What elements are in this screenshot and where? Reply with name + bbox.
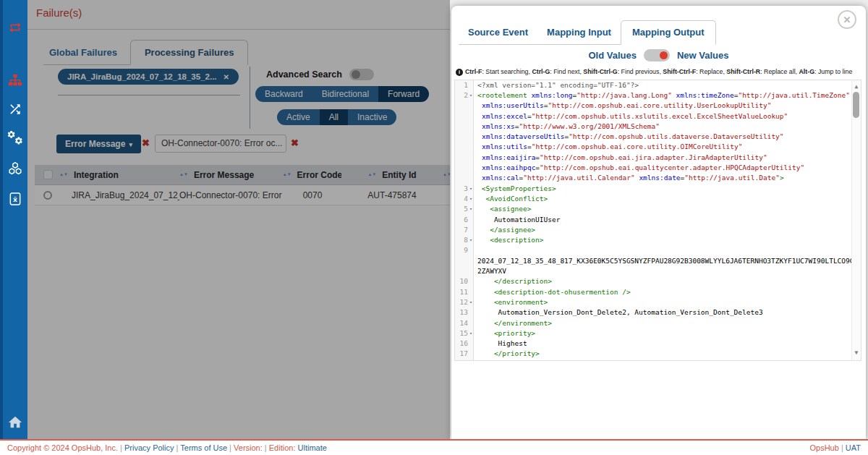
code-line: 13 Automation_Version_Dont_Delete2, Auto… [455,307,851,318]
fold-icon[interactable]: ▾ [468,297,474,307]
excel-file-icon[interactable]: x̄ [7,190,24,208]
old-values-label[interactable]: Old Values [588,50,636,61]
scroll-down-icon[interactable]: ▼ [852,348,861,358]
footer-left: Copyright © 2024 OpsHub, Inc. | Privacy … [7,443,327,452]
scroll-up-icon[interactable]: ▲ [852,82,861,92]
panel-tabs: Source Event Mapping Input Mapping Outpu… [459,20,716,45]
code-line: 16 Highest [455,339,851,349]
svg-text:x̄: x̄ [13,195,17,203]
footer: Copyright © 2024 OpsHub, Inc. | Privacy … [0,439,868,455]
shuffle-icon[interactable] [7,101,24,118]
code-line: 1<?xml version="1.1" encoding="UTF-16"?> [455,80,851,90]
new-values-label[interactable]: New Values [677,50,729,61]
code-line: 3▾ <SystemProperties> [455,184,851,194]
fold-icon[interactable]: ▾ [468,90,474,101]
code-line: 7 </assignee> [455,225,851,235]
footer-right: OpsHub | UAT [809,443,861,452]
cubes-icon[interactable] [7,160,24,177]
values-toggle-row: Old Values New Values [451,49,866,61]
fold-icon[interactable]: ▾ [468,328,474,339]
code-line: xmlns:dataverseUtils="http://com.opshub.… [455,132,851,142]
close-icon[interactable]: ✕ [838,10,856,29]
tab-source-event[interactable]: Source Event [459,22,537,44]
sync-icon[interactable] [7,19,24,36]
screen: x̄ Failure(s) Global Failures Processing… [0,0,868,455]
code-line: 6 AutomationUIUser [455,215,851,225]
code-line: 17 </priority> [455,349,851,359]
sidebar: x̄ [0,0,27,439]
code-line: 2▾<rootelement xmlns:long="http://java.l… [455,90,851,101]
code-line: xmlns:cal="http://java.util.Calendar" xm… [455,173,851,183]
fold-icon[interactable]: ▾ [468,235,474,245]
fold-icon[interactable]: ▾ [468,184,474,194]
search-shortcuts-hint: iCtrl-F: Start searching, Ctrl-G: Find n… [456,68,860,76]
gears-icon[interactable] [7,129,24,147]
info-icon: i [456,69,463,76]
code-line: 2ZAWYXV [455,266,851,276]
panel-card: ✕ Source Event Mapping Input Mapping Out… [451,6,866,439]
toggle-knob [660,51,668,59]
code-line: 12▾ <environment> [455,297,851,307]
home-icon[interactable] [7,414,24,431]
hierarchy-icon[interactable] [7,72,24,89]
tab-mapping-output[interactable]: Mapping Output [621,20,716,45]
fold-icon[interactable]: ▾ [468,204,474,214]
tab-mapping-input[interactable]: Mapping Input [537,22,621,44]
code-line: xmlns:xs="http://www.w3.org/2001/XMLSche… [455,122,851,132]
event-details-panel: ✕ Source Event Mapping Input Mapping Out… [450,0,868,439]
code-line: xmlns:excel="http://com.opshub.utils.xsl… [455,111,851,122]
code-line: 2024_07_12_18_35_48_817_KX36E0K5C5YSGSNY… [455,256,851,266]
code-line: 15▾ <priority> [455,328,851,339]
code-line: 11 <description-dot-ohusermention /> [455,287,851,297]
scrollbar-thumb[interactable] [853,92,859,118]
code-line: 14 </environment> [455,318,851,328]
code-line: xmlns:userUtils="http://com.opshub.eai.c… [455,101,851,111]
editor-lines: 1<?xml version="1.1" encoding="UTF-16"?>… [455,80,851,360]
code-line: 10 </description> [455,276,851,286]
editor-scrollbar[interactable]: ▲ ▼ [851,80,861,360]
code-line: xmlns:utils="http://com.opshub.eai.core.… [455,142,851,152]
code-line: 8▾ <description> [455,235,851,245]
code-line: 4▾ <AvoidConflict> [455,194,851,204]
code-line: xmlns:eaijira="http://com.opshub.eai.jir… [455,153,851,163]
xml-code-editor[interactable]: 1<?xml version="1.1" encoding="UTF-16"?>… [454,80,861,361]
modal-dim-overlay [27,0,450,439]
code-line: xmlns:eaihpqc="http://com.opshub.eai.qua… [455,163,851,173]
old-new-values-toggle[interactable] [644,49,670,61]
code-line: 5▾ <assignee> [455,204,851,214]
code-line: 9 [455,245,851,255]
fold-icon[interactable]: ▾ [468,194,474,204]
